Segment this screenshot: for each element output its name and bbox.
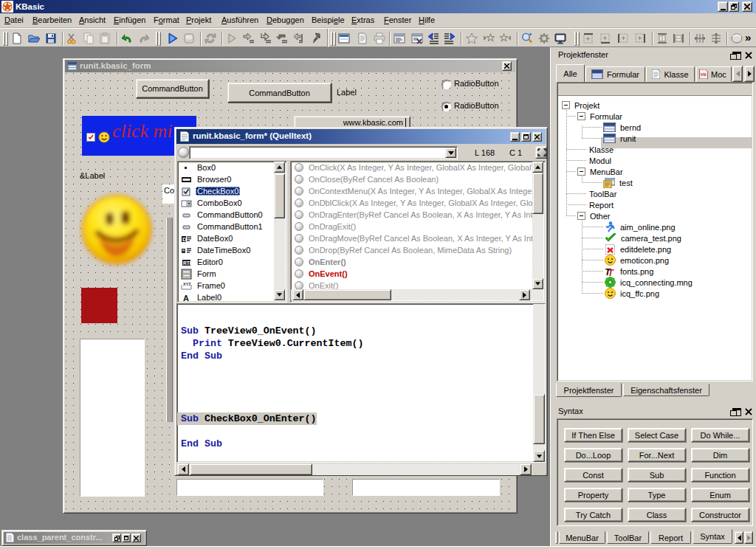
svg-text:RTF: RTF [183,260,192,265]
svg-text:VB: VB [701,72,707,77]
svg-text:D: D [182,236,187,243]
svg-text:XYZ: XYZ [183,281,191,286]
svg-text:A: A [183,294,189,303]
svg-text:T: T [608,267,614,277]
